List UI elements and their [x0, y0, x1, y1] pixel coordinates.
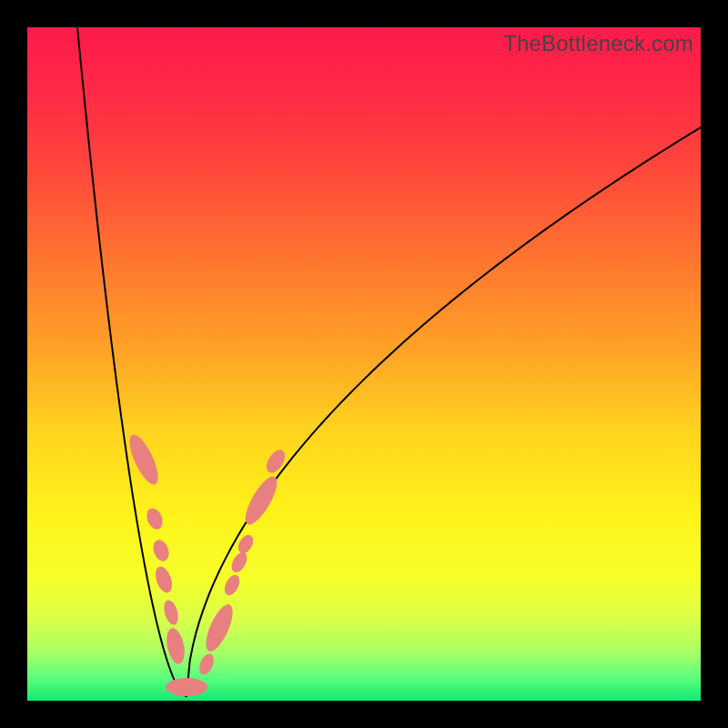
watermark-text: TheBottleneck.com — [503, 31, 693, 56]
chart-frame: TheBottleneck.com — [27, 27, 701, 701]
chart-svg — [27, 27, 701, 701]
curve-marker — [166, 678, 207, 696]
gradient-background — [27, 27, 701, 701]
